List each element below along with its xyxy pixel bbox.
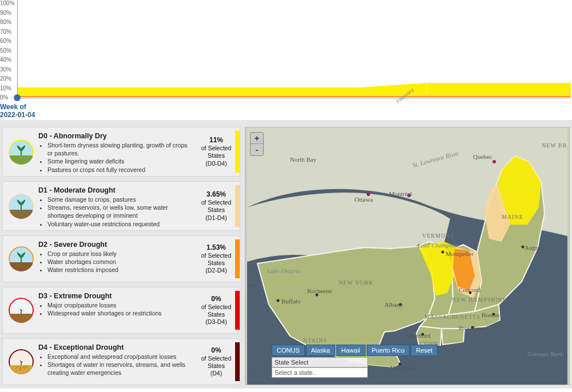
lbl-northbay: North Bay	[290, 156, 317, 163]
card-title: D1 - Moderate Drought	[38, 186, 194, 194]
svg-point-9	[277, 299, 280, 302]
pct-label: of Selected	[198, 145, 234, 152]
y-tick: 90%	[0, 10, 11, 16]
y-tick: 70%	[0, 29, 11, 35]
lbl-georges: Georges Bank	[527, 350, 563, 357]
y-tick: 80%	[0, 19, 11, 25]
card-bullet: Streams, reservoirs, or wells low, some …	[47, 203, 194, 219]
card-bullets: Some damage to crops, pasturesStreams, r…	[47, 195, 194, 228]
y-tick: 0%	[0, 94, 8, 101]
region-button-alaska[interactable]: Alaska	[306, 345, 335, 356]
lbl-boston: Boston	[482, 311, 500, 318]
card-pct: 3.65%of SelectedStates(D1-D4)	[197, 185, 235, 227]
pct-value: 11%	[198, 136, 234, 145]
zoom-in-button[interactable]: +	[251, 133, 263, 144]
region-button-reset[interactable]: Reset	[411, 345, 438, 356]
map-panel[interactable]: North Bay Quebec Ottawa Montréal MAINE V…	[245, 127, 570, 385]
y-tick: 30%	[0, 66, 11, 73]
card-color-bar	[235, 239, 240, 278]
card-bullet: Widespread water shortages or restrictio…	[47, 309, 194, 317]
pct-value: 1.53%	[198, 243, 234, 252]
lbl-rochester: Rochester	[307, 287, 332, 294]
drought-card-d3: D3 - Extreme DroughtMajor crop/pasture l…	[2, 287, 240, 334]
card-bullet: Major crop/pasture losses	[47, 301, 194, 309]
y-tick: 60%	[0, 38, 11, 44]
area-d2	[18, 96, 571, 97]
pct-range: (D2-D4)	[198, 267, 234, 274]
card-bullet: Shortages of water in reservoirs, stream…	[47, 361, 194, 377]
card-bullet: Voluntary water-use restrictions request…	[47, 220, 194, 228]
pct-value: 3.65%	[198, 190, 234, 199]
pct-label: States	[198, 152, 234, 159]
pct-label: States	[198, 259, 234, 267]
card-bullet: Some damage to crops, pastures	[47, 195, 194, 203]
lbl-mass: MASSACHUSETTS	[424, 314, 480, 320]
pct-range: (D0-D4)	[198, 160, 234, 167]
card-bullet: Crop or pasture loss likely	[47, 250, 194, 258]
y-tick: 50%	[0, 47, 11, 54]
chart-canvas[interactable]: February	[17, 0, 571, 98]
pct-label: of Selected	[198, 199, 234, 206]
timeline-chart: 0%10%20%30%40%50%60%70%80%90%100% Februa…	[0, 0, 572, 109]
card-bullet: Short-term dryness slowing planting, gro…	[47, 141, 194, 157]
lbl-concord: Concord	[459, 286, 480, 293]
drought-icon	[6, 131, 36, 173]
lbl-quebec: Quebec	[473, 153, 492, 160]
lbl-montreal: Montréal	[389, 190, 412, 197]
lbl-ottawa: Ottawa	[355, 196, 373, 203]
pct-label: of Selected	[198, 252, 234, 259]
legend-cards: D0 - Abnormally DryShort-term dryness sl…	[2, 127, 240, 385]
region-button-conus[interactable]: CONUS	[272, 345, 305, 356]
zoom-out-button[interactable]: -	[251, 144, 263, 155]
state-select-label: State Select	[272, 357, 368, 367]
card-pct: 1.53%of SelectedStates(D2-D4)	[197, 239, 235, 278]
drought-card-d4: D4 - Exceptional DroughtExceptional and …	[2, 338, 240, 385]
region-button-hawaii[interactable]: Hawaii	[336, 345, 366, 356]
card-bullets: Major crop/pasture lossesWidespread wate…	[47, 301, 194, 317]
card-pct: 0%of SelectedStates(D4)	[197, 342, 235, 381]
zoom-controls: + -	[250, 132, 264, 156]
lbl-hartford: Hartford	[409, 332, 431, 339]
drought-icon	[6, 185, 36, 227]
card-pct: 0%of SelectedStates(D3-D4)	[197, 291, 235, 330]
svg-point-6	[367, 193, 370, 196]
pct-range: (D4)	[198, 370, 234, 377]
y-tick: 100%	[0, 0, 15, 6]
week-label: Week of 2022-01-04	[0, 103, 35, 119]
card-title: D3 - Extreme Drought	[38, 292, 194, 300]
card-bullet: Water shortages common	[47, 258, 194, 266]
week-label-l2: 2022-01-04	[0, 111, 35, 119]
state-select-dropdown[interactable]: Select a state..	[272, 367, 368, 378]
lbl-champlain: Lake Champlain	[417, 242, 460, 249]
card-bullets: Crop or pasture loss likelyWater shortag…	[47, 250, 194, 274]
y-tick: 40%	[0, 57, 11, 63]
pct-value: 0%	[198, 295, 234, 303]
lbl-lkontario: Lake Ontario	[267, 267, 301, 274]
drought-icon	[6, 291, 36, 330]
card-bullet: Some lingering water deficits	[47, 157, 194, 165]
y-tick: 10%	[0, 85, 11, 91]
drought-card-d2: D2 - Severe DroughtCrop or pasture loss …	[2, 235, 240, 282]
lbl-ntains: NTAINS	[303, 337, 327, 343]
region-button-puerto-rico[interactable]: Puerto Rico	[367, 345, 410, 356]
card-title: D2 - Severe Drought	[38, 241, 194, 249]
lbl-newbr: NEW BR	[542, 142, 567, 149]
drought-icon	[6, 239, 36, 278]
svg-point-18	[522, 246, 525, 249]
map-bottom-ui: CONUSAlaskaHawaiiPuerto RicoReset State …	[272, 345, 438, 378]
lbl-nto: nto	[248, 282, 257, 289]
card-color-bar	[235, 131, 240, 173]
card-bullets: Exceptional and widespread crop/pasture …	[47, 353, 194, 377]
pct-label: States	[198, 311, 234, 318]
lbl-augusta: August	[525, 244, 543, 251]
week-label-l1: Week of	[0, 103, 26, 111]
card-title: D0 - Abnormally Dry	[38, 132, 194, 140]
lbl-maine: MAINE	[502, 214, 523, 220]
y-tick: 20%	[0, 75, 11, 82]
pct-label: States	[198, 362, 234, 370]
card-pct: 11%of SelectedStates(D0-D4)	[197, 131, 235, 173]
pct-range: (D1-D4)	[198, 214, 234, 222]
drought-icon	[6, 342, 36, 381]
card-bullet: Pastures or crops not fully recovered	[47, 166, 194, 174]
timeline-handle[interactable]	[14, 94, 21, 101]
